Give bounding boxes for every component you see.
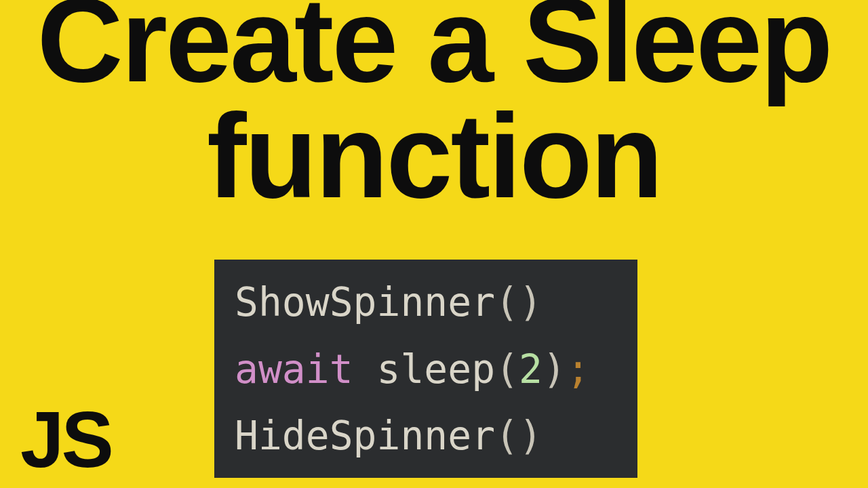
code-parens: () — [495, 413, 542, 459]
code-parens: () — [495, 279, 542, 325]
code-close-paren: ) — [542, 346, 566, 392]
code-line-2: await sleep(2); — [235, 336, 617, 403]
code-fn-sleep: sleep — [377, 346, 496, 392]
code-space — [353, 346, 377, 392]
headline-line-1: Create a Sleep — [0, 0, 868, 98]
code-snippet: ShowSpinner() await sleep(2); HideSpinne… — [214, 260, 637, 478]
headline: Create a Sleep function — [0, 0, 868, 214]
code-fn-showspinner: ShowSpinner — [235, 279, 495, 325]
code-keyword-await: await — [235, 346, 353, 392]
code-semicolon: ; — [566, 346, 590, 392]
code-fn-hidespinner: HideSpinner — [235, 413, 495, 459]
language-badge: JS — [20, 394, 111, 485]
code-open-paren: ( — [495, 346, 519, 392]
code-number: 2 — [519, 346, 542, 392]
headline-line-2: function — [0, 98, 868, 214]
code-line-3: HideSpinner() — [235, 403, 617, 470]
code-line-1: ShowSpinner() — [235, 269, 617, 336]
